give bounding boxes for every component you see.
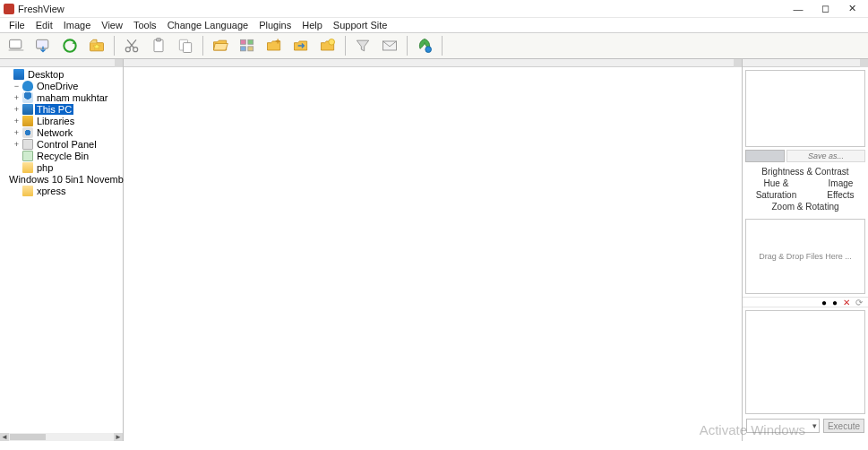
tree-toggle[interactable]: + — [13, 93, 21, 101]
chevron-down-icon: ▾ — [812, 421, 817, 430]
tree-node-xpress[interactable]: xpress — [2, 185, 123, 196]
adjust-image-effects[interactable]: Image Effects — [816, 177, 865, 201]
tree-toggle — [13, 186, 21, 195]
tool-new-folder[interactable] — [262, 34, 287, 57]
desktop-icon — [13, 69, 24, 80]
svg-rect-12 — [241, 39, 246, 44]
maximize-button[interactable]: ◻ — [812, 2, 838, 16]
menu-image[interactable]: Image — [58, 19, 97, 31]
tree-toggle — [13, 151, 21, 160]
scroll-left-button[interactable]: ◄ — [0, 433, 9, 441]
menu-edit[interactable]: Edit — [30, 19, 58, 31]
execute-button[interactable]: Execute — [823, 419, 864, 433]
tree-scroll-corner[interactable] — [115, 59, 123, 67]
tree-node-onedrive[interactable]: −OneDrive — [2, 80, 123, 91]
queue-dot-1[interactable]: ● — [821, 298, 827, 307]
thumbnail-box — [745, 310, 865, 414]
tree-node-desktop[interactable]: Desktop — [2, 68, 123, 80]
tree-label: Recycle Bin — [35, 151, 90, 161]
svg-point-4 — [64, 39, 75, 51]
menu-support-site[interactable]: Support Site — [328, 19, 393, 31]
tool-copy[interactable] — [146, 34, 171, 57]
folder-arrow-icon — [291, 37, 311, 55]
tool-save-slideshow[interactable] — [30, 34, 56, 57]
tree-label: Control Panel — [35, 139, 99, 150]
tool-favorites[interactable] — [84, 34, 109, 57]
viewer-scroll-corner[interactable] — [734, 59, 742, 67]
svg-point-16 — [329, 39, 335, 46]
tree-toggle[interactable]: + — [13, 105, 21, 113]
funnel-icon — [353, 37, 373, 55]
tree-node-maham-mukhtar[interactable]: +maham mukhtar — [2, 91, 123, 103]
drop-files-box[interactable]: Drag & Drop Files Here ... — [745, 219, 865, 294]
tree-node-recycle-bin[interactable]: Recycle Bin — [2, 150, 123, 161]
tree-node-php[interactable]: php — [2, 161, 123, 173]
tree-label: Libraries — [35, 116, 76, 126]
tool-filter[interactable] — [350, 34, 375, 57]
tree-toggle[interactable]: − — [13, 82, 21, 90]
scroll-track[interactable] — [9, 433, 114, 441]
queue-refresh-icon[interactable]: ⟳ — [855, 298, 863, 307]
queue-remove-icon[interactable]: ✕ — [843, 298, 850, 307]
tool-thumbnails[interactable] — [235, 34, 260, 57]
queue-dot-2[interactable]: ● — [832, 298, 838, 307]
sidebar-scroll-corner[interactable] — [860, 59, 868, 67]
save-as-button[interactable]: Save as... — [786, 150, 865, 162]
net-icon — [22, 127, 33, 138]
reload-icon — [60, 37, 80, 55]
tree-node-this-pc[interactable]: +This PC — [2, 103, 123, 115]
execute-bar: ▾ Execute — [743, 417, 868, 435]
onedrive-icon — [22, 81, 33, 91]
right-sidebar: Save as... Brightness & Contrast Hue & S… — [743, 59, 868, 441]
tool-cut[interactable] — [119, 34, 144, 57]
thumbnails-icon — [237, 37, 257, 55]
menu-help[interactable]: Help — [296, 19, 328, 31]
queue-controls: ● ● ✕ ⟳ — [743, 297, 868, 307]
tool-paste[interactable] — [173, 34, 198, 57]
svg-rect-1 — [10, 40, 21, 48]
tool-rename[interactable] — [315, 34, 340, 57]
tool-refresh-green[interactable] — [412, 34, 437, 57]
tree-label: OneDrive — [35, 81, 80, 91]
tree-label: maham mukhtar — [35, 92, 109, 103]
svg-rect-11 — [184, 43, 192, 53]
tool-reload[interactable] — [57, 34, 82, 57]
image-viewer — [124, 59, 743, 441]
scissors-icon — [122, 37, 142, 55]
action-select[interactable]: ▾ — [746, 419, 820, 433]
tool-email[interactable] — [377, 34, 402, 57]
tool-folder-open[interactable] — [208, 34, 233, 57]
tree-label: This PC — [35, 104, 73, 115]
preview-box — [745, 70, 865, 147]
minimize-button[interactable]: — — [786, 2, 811, 16]
tree-node-libraries[interactable]: +Libraries — [2, 115, 123, 126]
scroll-thumb[interactable] — [10, 434, 46, 440]
scroll-right-button[interactable]: ► — [114, 433, 123, 441]
tree-node-network[interactable]: +Network — [2, 126, 123, 138]
app-title: FreshView — [18, 4, 64, 14]
tool-open-slideshow[interactable] — [4, 34, 29, 57]
save-format-button[interactable] — [745, 150, 785, 162]
tool-move-to[interactable] — [288, 34, 314, 57]
menu-file[interactable]: File — [4, 19, 30, 31]
sidebar-header-strip — [743, 59, 868, 67]
adjust-brightness-contrast[interactable]: Brightness & Contrast — [761, 166, 848, 177]
app-icon — [4, 4, 14, 14]
folder-tree[interactable]: Desktop−OneDrive+maham mukhtar+This PC+L… — [0, 67, 123, 196]
tree-node-control-panel[interactable]: +Control Panel — [2, 138, 123, 150]
tree-toggle[interactable]: + — [13, 128, 21, 136]
close-button[interactable]: ✕ — [839, 2, 864, 16]
adjust-hue-saturation[interactable]: Hue & Saturation — [745, 177, 807, 201]
tree-horizontal-scrollbar[interactable]: ◄ ► — [0, 433, 123, 441]
menu-view[interactable]: View — [96, 19, 128, 31]
tree-toggle[interactable]: + — [13, 117, 21, 125]
envelope-icon — [380, 37, 400, 55]
menu-change-language[interactable]: Change Language — [162, 19, 254, 31]
drop-hint-label: Drag & Drop Files Here ... — [759, 252, 852, 261]
tree-node-windows-10-5in1-november-x6[interactable]: Windows 10 5in1 November (x6 — [2, 173, 123, 185]
menu-tools[interactable]: Tools — [128, 19, 162, 31]
tree-toggle[interactable]: + — [13, 140, 21, 148]
menu-plugins[interactable]: Plugins — [254, 19, 296, 31]
adjust-zoom-rotating[interactable]: Zoom & Rotating — [771, 201, 838, 212]
svg-point-18 — [425, 47, 432, 53]
